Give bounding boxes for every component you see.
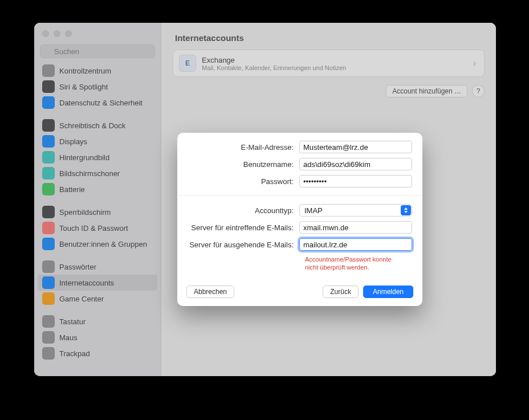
add-account-dialog: E-Mail-Adresse: Benutzername: Passwort: … [177,133,422,306]
select-stepper-icon [401,205,411,215]
account-card-title: Exchange [202,56,467,64]
sidebar-item[interactable]: Benutzer:innen & Gruppen [38,236,157,252]
account-type-select[interactable]: IMAP [299,204,412,217]
sidebar-item-icon [42,96,55,109]
minimize-icon[interactable] [54,30,60,37]
account-card-exchange[interactable]: E Exchange Mail, Kontakte, Kalender, Eri… [173,50,485,77]
sidebar-item-label: Displays [59,137,87,146]
outgoing-server-label: Server für ausgehende E-Mails: [188,240,299,249]
sidebar-item-icon [42,331,55,344]
page-title: Internetaccounts [161,23,496,50]
sidebar-item-label: Touch ID & Passwort [59,224,128,233]
error-message: Accountname/Passwort konnte nicht überpr… [305,255,402,272]
sidebar-item[interactable]: Siri & Spotlight [38,79,157,95]
sidebar: KontrollzentrumSiri & SpotlightDatenschu… [34,23,161,376]
sidebar-item[interactable]: Kontrollzentrum [38,63,157,79]
sidebar-item-label: Siri & Spotlight [59,83,108,91]
cancel-button[interactable]: Abbrechen [186,286,234,298]
search-input[interactable] [40,44,155,58]
sidebar-item[interactable]: Schreibtisch & Dock [38,117,157,133]
email-label: E-Mail-Adresse: [188,143,299,152]
chevron-right-icon: › [473,58,478,68]
account-card-subtitle: Mail, Kontakte, Kalender, Erinnerungen u… [202,64,467,71]
settings-window: KontrollzentrumSiri & SpotlightDatenschu… [34,23,496,376]
sidebar-item-label: Kontrollzentrum [59,67,111,75]
sidebar-item-label: Benutzer:innen & Gruppen [59,240,147,248]
sidebar-item-label: Trackpad [59,349,90,358]
sidebar-item-icon [42,238,55,250]
password-label: Passwort: [188,177,299,186]
sidebar-item[interactable]: Bildschirmschoner [38,165,157,181]
incoming-server-field[interactable] [299,221,412,234]
back-button[interactable]: Zurück [323,286,359,298]
sidebar-item[interactable]: Internetaccounts [38,275,157,291]
sidebar-item-label: Tastatur [59,317,86,326]
username-field[interactable] [299,158,412,170]
sidebar-item-label: Datenschutz & Sicherheit [59,99,143,107]
username-label: Benutzername: [188,160,299,169]
sidebar-list: KontrollzentrumSiri & SpotlightDatenschu… [34,63,161,376]
add-account-button[interactable]: Account hinzufügen … [386,85,467,97]
sidebar-item[interactable]: Sperrbildschirm [38,204,157,220]
exchange-icon: E [179,55,196,72]
sidebar-item-icon [42,119,55,132]
sidebar-item[interactable]: Hintergrundbild [38,149,157,165]
sidebar-item-label: Passwörter [59,263,96,271]
sidebar-item-label: Bildschirmschoner [59,169,120,178]
sidebar-item-label: Sperrbildschirm [59,208,111,217]
sidebar-item[interactable]: Batterie [38,181,157,197]
sidebar-item-icon [42,315,55,328]
account-type-label: Accounttyp: [188,206,299,215]
sidebar-item[interactable]: Tastatur [38,313,157,329]
sidebar-item-icon [42,80,55,93]
sidebar-item[interactable]: Maus [38,329,157,345]
sidebar-item-icon [42,151,55,164]
sidebar-item-icon [42,167,55,180]
help-button[interactable]: ? [472,85,485,97]
sidebar-item-label: Hintergrundbild [59,153,109,162]
email-field[interactable] [299,141,412,153]
sidebar-item-icon [42,64,55,77]
sidebar-item-label: Maus [59,333,78,342]
sidebar-item[interactable]: Trackpad [38,345,157,361]
sidebar-item[interactable]: Passwörter [38,259,157,275]
sidebar-item-icon [42,276,55,289]
account-type-value: IMAP [304,206,323,215]
sidebar-item-icon [42,222,55,234]
sidebar-item-icon [42,206,55,218]
sidebar-item[interactable]: Game Center [38,291,157,307]
incoming-server-label: Server für eintreffende E-Mails: [188,223,299,232]
close-icon[interactable] [42,30,49,37]
password-field[interactable] [299,175,412,187]
sidebar-item-icon [42,183,55,195]
outgoing-server-field[interactable] [299,238,412,251]
sidebar-item-icon [42,292,55,305]
sidebar-item-label: Internetaccounts [59,279,114,287]
sidebar-item[interactable]: Touch ID & Passwort [38,220,157,236]
sidebar-item-icon [42,260,55,273]
sidebar-item[interactable]: Datenschutz & Sicherheit [38,95,157,111]
signin-button[interactable]: Anmelden [363,286,413,298]
zoom-icon[interactable] [65,30,72,37]
sidebar-item-label: Batterie [59,185,85,194]
window-titlebar [34,23,161,44]
sidebar-item-icon [42,135,55,148]
sidebar-item-label: Schreibtisch & Dock [59,121,125,130]
sidebar-item[interactable]: Displays [38,133,157,149]
sidebar-item-label: Game Center [59,295,104,303]
sidebar-item-icon [42,347,55,360]
